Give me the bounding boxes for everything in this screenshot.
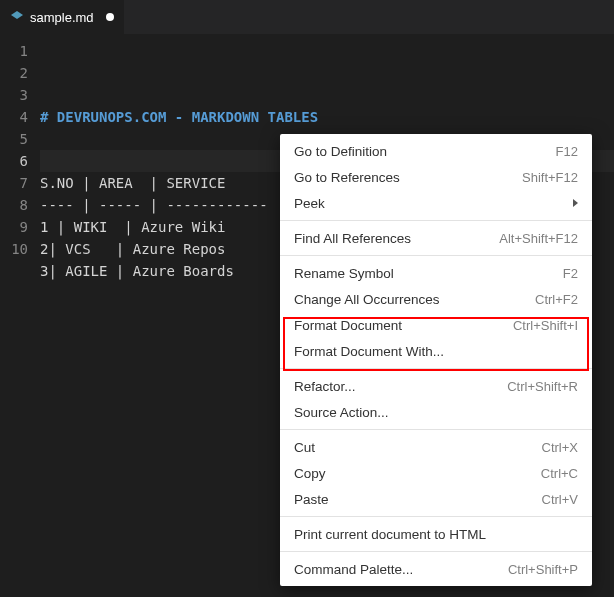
menu-item-label: Copy: [294, 466, 326, 481]
markdown-heading: # DEVRUNOPS.COM - MARKDOWN TABLES: [40, 106, 614, 128]
line-number: 5: [0, 128, 40, 150]
menu-separator: [280, 429, 592, 430]
menu-item-copy[interactable]: CopyCtrl+C: [280, 460, 592, 486]
menu-item-format-document[interactable]: Format DocumentCtrl+Shift+I: [280, 312, 592, 338]
menu-item-go-to-references[interactable]: Go to ReferencesShift+F12: [280, 164, 592, 190]
menu-item-print-current-document-to-html[interactable]: Print current document to HTML: [280, 521, 592, 547]
chevron-right-icon: [573, 199, 578, 207]
menu-item-peek[interactable]: Peek: [280, 190, 592, 216]
menu-item-shortcut: Ctrl+X: [542, 440, 578, 455]
menu-item-label: Format Document With...: [294, 344, 444, 359]
menu-item-shortcut: F2: [563, 266, 578, 281]
tab-bar: sample.md: [0, 0, 614, 34]
menu-item-command-palette[interactable]: Command Palette...Ctrl+Shift+P: [280, 556, 592, 582]
menu-item-find-all-references[interactable]: Find All ReferencesAlt+Shift+F12: [280, 225, 592, 251]
menu-item-source-action[interactable]: Source Action...: [280, 399, 592, 425]
menu-item-label: Command Palette...: [294, 562, 413, 577]
menu-item-shortcut: Ctrl+Shift+R: [507, 379, 578, 394]
menu-item-shortcut: Ctrl+Shift+P: [508, 562, 578, 577]
line-number-gutter: 12345678910: [0, 34, 40, 597]
line-number: 8: [0, 194, 40, 216]
menu-item-shortcut: Ctrl+F2: [535, 292, 578, 307]
menu-item-label: Cut: [294, 440, 315, 455]
line-number: 7: [0, 172, 40, 194]
tab-filename: sample.md: [30, 10, 94, 25]
menu-item-label: Print current document to HTML: [294, 527, 486, 542]
menu-item-label: Peek: [294, 196, 325, 211]
menu-item-label: Go to Definition: [294, 144, 387, 159]
line-number: 1: [0, 40, 40, 62]
menu-item-rename-symbol[interactable]: Rename SymbolF2: [280, 260, 592, 286]
menu-item-label: Rename Symbol: [294, 266, 394, 281]
menu-item-shortcut: Alt+Shift+F12: [499, 231, 578, 246]
menu-item-go-to-definition[interactable]: Go to DefinitionF12: [280, 138, 592, 164]
line-number: 10: [0, 238, 40, 260]
line-number: 3: [0, 84, 40, 106]
menu-item-label: Change All Occurrences: [294, 292, 440, 307]
menu-item-shortcut: Ctrl+Shift+I: [513, 318, 578, 333]
menu-separator: [280, 368, 592, 369]
line-number: 4: [0, 106, 40, 128]
menu-item-label: Find All References: [294, 231, 411, 246]
menu-separator: [280, 516, 592, 517]
menu-item-label: Refactor...: [294, 379, 356, 394]
menu-item-shortcut: Ctrl+C: [541, 466, 578, 481]
menu-item-label: Source Action...: [294, 405, 389, 420]
menu-separator: [280, 220, 592, 221]
context-menu: Go to DefinitionF12Go to ReferencesShift…: [280, 134, 592, 586]
menu-item-shortcut: Ctrl+V: [542, 492, 578, 507]
menu-item-label: Format Document: [294, 318, 402, 333]
dirty-indicator-icon: [106, 13, 114, 21]
line-number: 6: [0, 150, 40, 172]
editor-tab[interactable]: sample.md: [0, 0, 124, 34]
menu-item-format-document-with[interactable]: Format Document With...: [280, 338, 592, 364]
menu-item-label: Paste: [294, 492, 329, 507]
menu-item-cut[interactable]: CutCtrl+X: [280, 434, 592, 460]
menu-item-refactor[interactable]: Refactor...Ctrl+Shift+R: [280, 373, 592, 399]
markdown-file-icon: [10, 10, 24, 24]
menu-item-shortcut: Shift+F12: [522, 170, 578, 185]
menu-separator: [280, 551, 592, 552]
line-number: 2: [0, 62, 40, 84]
menu-item-shortcut: F12: [556, 144, 578, 159]
menu-item-label: Go to References: [294, 170, 400, 185]
menu-item-change-all-occurrences[interactable]: Change All OccurrencesCtrl+F2: [280, 286, 592, 312]
menu-separator: [280, 255, 592, 256]
line-number: 9: [0, 216, 40, 238]
menu-item-paste[interactable]: PasteCtrl+V: [280, 486, 592, 512]
